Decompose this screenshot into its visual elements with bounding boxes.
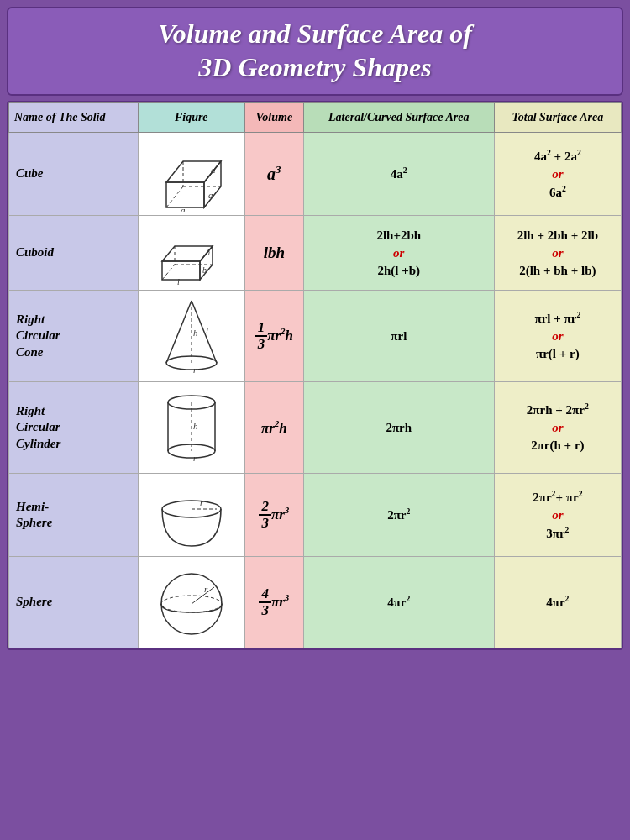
sphere-volume: 4 3 πr3 [244, 557, 303, 648]
hemisphere-volume: 2 3 πr3 [244, 474, 303, 557]
header-figure: Figure [138, 103, 244, 133]
table-row-sphere: Sphere r 4 3 [9, 557, 622, 648]
cone-name: RightCircularCone [9, 291, 139, 382]
cube-name: Cube [9, 133, 139, 216]
cone-svg: h l r [158, 294, 225, 378]
cube-or: or [552, 167, 563, 181]
svg-line-18 [166, 301, 192, 363]
cuboid-total-or: or [552, 246, 563, 260]
cuboid-name: Cuboid [9, 216, 139, 291]
header-name: Name of The Solid [9, 103, 139, 133]
svg-text:h: h [193, 421, 198, 431]
sphere-svg: r [154, 560, 229, 644]
svg-text:a: a [211, 165, 216, 175]
svg-text:a: a [181, 205, 186, 212]
table-row-cube: Cube a [9, 133, 622, 216]
header-lateral: Lateral/Curved Surface Area [303, 103, 494, 133]
cylinder-figure: h r [138, 382, 244, 474]
sphere-volume-fraction: 4 3 [259, 586, 271, 619]
header-total: Total Surface Area [494, 103, 621, 133]
sphere-figure: r [138, 557, 244, 648]
hemisphere-lateral: 2πr2 [303, 474, 494, 557]
cone-total: πrl + πr2 or πr(l + r) [494, 291, 621, 382]
cuboid-total: 2lh + 2bh + 2lb or 2(lh + bh + lb) [494, 216, 621, 291]
header-volume: Volume [244, 103, 303, 133]
svg-text:h: h [193, 328, 198, 338]
cylinder-total: 2πrh + 2πr2 or 2πr(h + r) [494, 382, 621, 474]
table-row-hemisphere: Hemi-Sphere r 2 3 [9, 474, 622, 557]
cylinder-lateral: 2πrh [303, 382, 494, 474]
hemisphere-figure: r [138, 474, 244, 557]
cube-figure: a a a [138, 133, 244, 216]
cuboid-lateral: 2lh+2bh or 2h(l +b) [303, 216, 494, 291]
cube-svg: a a a [154, 136, 229, 212]
cuboid-lateral-or: or [393, 246, 404, 260]
cylinder-volume: πr2h [244, 382, 303, 474]
cone-lateral: πrl [303, 291, 494, 382]
svg-text:l: l [206, 325, 208, 335]
title-block: Volume and Surface Area of 3D Geometry S… [7, 7, 623, 96]
cone-volume-fraction: 1 3 [255, 320, 268, 353]
cuboid-volume: lbh [244, 216, 303, 291]
cone-figure: h l r [138, 291, 244, 382]
sphere-total: 4πr2 [494, 557, 621, 648]
sphere-name: Sphere [9, 557, 139, 648]
svg-text:r: r [193, 453, 197, 463]
svg-text:r: r [204, 584, 208, 594]
cone-volume: 1 3 πr2h [244, 291, 303, 382]
svg-text:l: l [177, 277, 180, 286]
cuboid-figure: h b l [138, 216, 244, 291]
cylinder-name: RightCircularCylinder [9, 382, 139, 474]
cube-total: 4a2 + 2a2 or 6a2 [494, 133, 621, 216]
geometry-table-wrapper: Name of The Solid Figure Volume Lateral/… [7, 101, 623, 650]
svg-text:b: b [202, 265, 207, 275]
cuboid-svg: h b l [154, 219, 229, 286]
cylinder-svg: h r [158, 386, 225, 470]
hemisphere-total-or: or [552, 508, 563, 522]
hemisphere-name: Hemi-Sphere [9, 474, 139, 557]
page-title: Volume and Surface Area of 3D Geometry S… [15, 17, 615, 84]
table-row-cuboid: Cuboid h b l l [9, 216, 622, 291]
table-row-cylinder: RightCircularCylinder h [9, 382, 622, 474]
svg-marker-9 [162, 261, 200, 280]
cylinder-total-or: or [552, 421, 563, 434]
cube-lateral: 4a2 [303, 133, 494, 216]
geometry-table: Name of The Solid Figure Volume Lateral/… [8, 102, 622, 648]
sphere-lateral: 4πr2 [303, 557, 494, 648]
cube-volume: a3 [244, 133, 303, 216]
svg-text:h: h [206, 248, 210, 257]
svg-text:r: r [193, 365, 197, 375]
hemisphere-total: 2πr2+ πr2 or 3πr2 [494, 474, 621, 557]
svg-text:a: a [208, 190, 213, 200]
hemisphere-volume-fraction: 2 3 [259, 499, 271, 532]
hemisphere-svg: r [154, 477, 229, 553]
svg-line-12 [162, 265, 175, 280]
table-row-cone: RightCircularCone h l r [9, 291, 622, 382]
svg-text:r: r [200, 497, 204, 507]
cone-total-or: or [552, 329, 563, 343]
svg-marker-10 [162, 246, 213, 261]
